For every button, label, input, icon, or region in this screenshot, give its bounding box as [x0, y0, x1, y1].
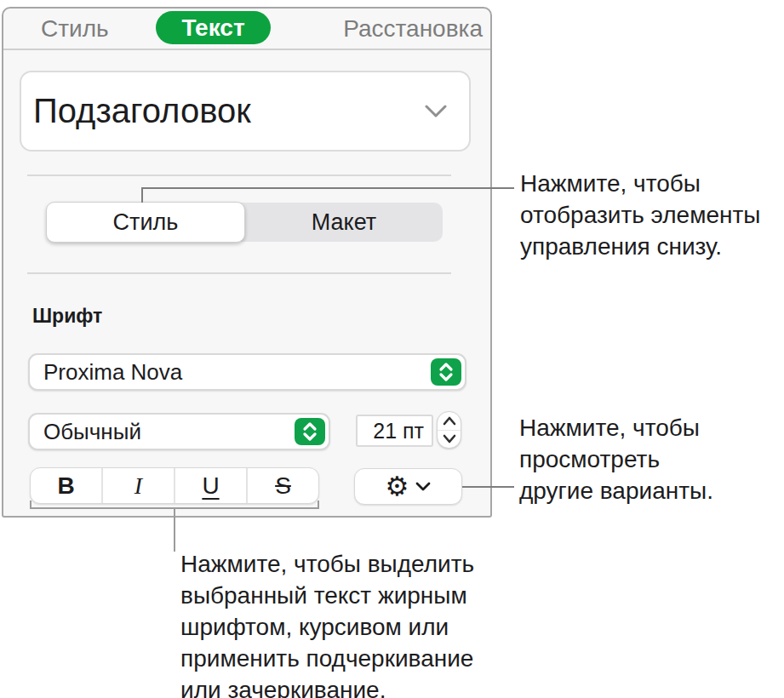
- paragraph-style-value: Подзаголовок: [33, 92, 425, 130]
- callout-line-text: Нажмите, чтобы: [519, 412, 713, 443]
- callout-line-text: Нажмите, чтобы выделить: [180, 548, 474, 580]
- format-bracket-stem: [174, 507, 175, 552]
- paragraph-style-dropdown[interactable]: Подзаголовок: [20, 71, 471, 152]
- format-inspector-panel: Стиль Текст Расстановка Подзаголовок Сти…: [2, 7, 492, 518]
- font-section-title: Шрифт: [32, 305, 102, 328]
- callout-text-more-options: Нажмите, чтобы просмотреть другие вариан…: [519, 412, 713, 506]
- gear-icon: ⚙: [386, 473, 409, 500]
- format-bracket-left-tick: [30, 501, 31, 509]
- updown-chevron-icon[interactable]: [295, 418, 325, 445]
- callout-line-text: Нажмите, чтобы: [520, 168, 760, 199]
- callout-line-text: другие варианты.: [519, 475, 713, 506]
- stepper-up-icon[interactable]: [438, 412, 461, 431]
- underline-button[interactable]: U: [174, 468, 246, 503]
- updown-chevron-icon[interactable]: [431, 358, 461, 386]
- callout-line-text: шрифтом, курсивом или: [180, 611, 474, 643]
- chevron-down-icon: [425, 105, 447, 118]
- font-family-dropdown[interactable]: Proxima Nova: [28, 353, 466, 391]
- callout-line-text: управления снизу.: [520, 231, 760, 262]
- callout-line-gear: [462, 486, 514, 488]
- font-family-value: Proxima Nova: [43, 359, 465, 386]
- font-weight-dropdown[interactable]: Обычный: [28, 413, 330, 450]
- divider: [27, 174, 451, 176]
- callout-line-segmented-vertical: [141, 187, 143, 203]
- stepper-down-icon[interactable]: [438, 431, 461, 449]
- font-weight-value: Обычный: [43, 419, 329, 445]
- callout-line-text: применить подчеркивание: [180, 643, 474, 674]
- bold-button[interactable]: B: [31, 468, 101, 503]
- callout-text-format-buttons: Нажмите, чтобы выделить выбранный текст …: [180, 548, 474, 698]
- tab-arrange[interactable]: Расстановка: [343, 9, 483, 49]
- advanced-options-button[interactable]: ⚙: [354, 468, 462, 505]
- font-size-stepper[interactable]: [437, 411, 461, 449]
- tab-text[interactable]: Текст: [156, 11, 271, 44]
- callout-line-text: отобразить элементы: [520, 199, 760, 231]
- inspector-tab-bar: Стиль Текст Расстановка: [3, 9, 490, 50]
- callout-line-text: просмотреть: [519, 443, 713, 475]
- callout-line-text: выбранный текст жирным: [180, 580, 474, 611]
- segment-layout[interactable]: Макет: [245, 203, 443, 242]
- font-size-field[interactable]: 21 пт: [356, 415, 433, 447]
- format-bracket-right-tick: [318, 501, 319, 509]
- chevron-down-icon: [415, 482, 431, 492]
- style-layout-segmented-control: Стиль Макет: [47, 203, 443, 242]
- italic-button[interactable]: I: [101, 468, 174, 503]
- divider: [27, 272, 451, 274]
- tab-style[interactable]: Стиль: [41, 9, 109, 49]
- segment-style[interactable]: Стиль: [46, 202, 245, 243]
- strikethrough-button[interactable]: S: [246, 468, 318, 503]
- callout-line-segmented-horizontal: [141, 187, 514, 189]
- callout-text-segmented: Нажмите, чтобы отобразить элементы управ…: [520, 168, 760, 262]
- text-format-button-group: B I U S: [30, 467, 319, 504]
- callout-line-text: или зачеркивание.: [180, 674, 474, 698]
